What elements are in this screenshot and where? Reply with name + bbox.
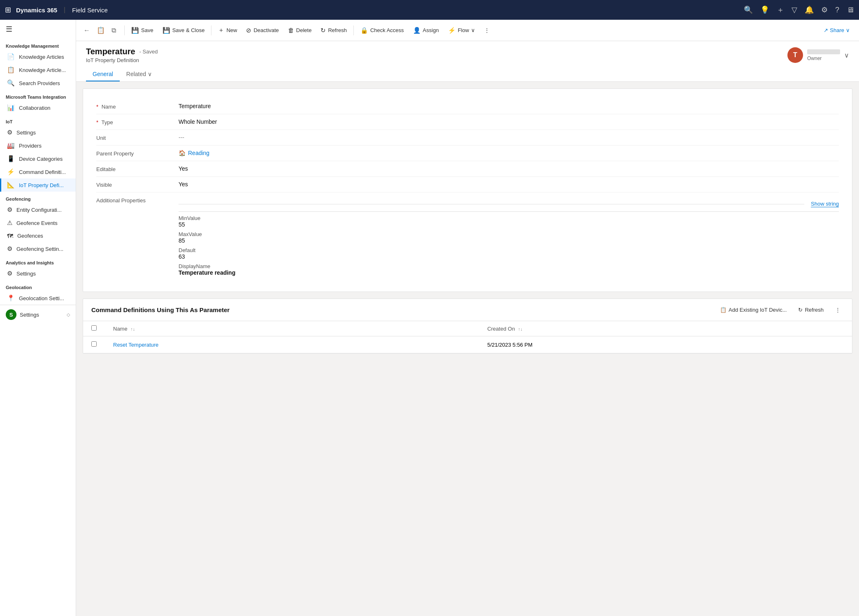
sidebar-item-geolocation-settings[interactable]: 📍 Geolocation Setti... <box>0 292 76 305</box>
sidebar-item-geofencing-settings[interactable]: ⚙ Geofencing Settin... <box>0 242 76 255</box>
sidebar-section-geofencing: Geofencing ⚙ Entity Configurati... ⚠ Geo… <box>0 192 76 255</box>
back-button[interactable]: ← <box>81 25 93 36</box>
sidebar-item-collaboration[interactable]: 📊 Collaboration <box>0 101 76 114</box>
deactivate-label: Deactivate <box>253 27 279 33</box>
refresh-button[interactable]: ↻ Refresh <box>316 24 351 37</box>
section-refresh-button[interactable]: ↻ Refresh <box>795 305 827 315</box>
assign-button[interactable]: 👤 Assign <box>409 24 443 37</box>
select-all-checkbox[interactable] <box>91 325 97 331</box>
sidebar-item-iot-settings[interactable]: ⚙ Settings <box>0 126 76 139</box>
tab-related[interactable]: Related ∨ <box>120 67 158 81</box>
new-label: New <box>226 27 237 33</box>
sidebar-item-search-providers[interactable]: 🔍 Search Providers <box>0 76 76 90</box>
add-icon[interactable]: ＋ <box>777 5 784 15</box>
command-header: Command Definitions Using This As Parame… <box>83 299 852 321</box>
sidebar-item-geofences[interactable]: 🗺 Geofences <box>0 229 76 242</box>
min-value-row: MinValue 55 <box>179 213 839 229</box>
toolbar-nav: ← 📋 ⧉ <box>81 25 118 36</box>
save-button[interactable]: 💾 Save <box>127 24 158 37</box>
sidebar-item-label: Providers <box>19 143 42 149</box>
command-table: Name ↑↓ Created On ↑↓ <box>83 321 852 353</box>
new-button[interactable]: ＋ New <box>214 24 241 37</box>
share-chevron: ∨ <box>846 27 850 33</box>
sidebar-bottom-settings[interactable]: S Settings ◇ <box>0 305 76 324</box>
section-title-geolocation: Geolocation <box>0 280 76 292</box>
owner-avatar: T <box>787 47 803 63</box>
owner-info: Owner <box>807 49 840 61</box>
form-row-visible: Visible Yes <box>96 177 839 192</box>
more-button[interactable]: ⋮ <box>480 25 494 36</box>
share-button[interactable]: ↗ Share ∨ <box>820 25 854 36</box>
show-string-button[interactable]: Show string <box>811 201 839 207</box>
form-row-unit: Unit --- <box>96 130 839 146</box>
module-name: Field Service <box>72 7 108 14</box>
sidebar-item-knowledge-articles-2[interactable]: 📋 Knowledge Article... <box>0 63 76 76</box>
sidebar-item-label: IoT Property Defi... <box>19 182 64 188</box>
analytics-settings-icon: ⚙ <box>7 270 12 277</box>
form-row-name: * Name Temperature <box>96 99 839 114</box>
owner-chevron[interactable]: ∨ <box>844 51 849 59</box>
delete-button[interactable]: 🗑 Delete <box>284 24 316 36</box>
sidebar-item-device-categories[interactable]: 📱 Device Categories <box>0 152 76 165</box>
col-name-header[interactable]: Name ↑↓ <box>105 321 479 336</box>
min-value-val: 55 <box>179 221 839 228</box>
save-label: Save <box>141 27 153 33</box>
screen-icon[interactable]: 🖥 <box>847 6 854 14</box>
main-layout: ☰ Knowledge Management 📄 Knowledge Artic… <box>0 20 859 616</box>
row-name-link[interactable]: Reset Temperature <box>113 342 158 348</box>
geofencing-settings-icon: ⚙ <box>7 245 12 252</box>
parent-property-value[interactable]: 🏠 Reading <box>179 150 839 156</box>
clipboard-button[interactable]: 📋 <box>94 25 107 36</box>
section-title-teams: Microsoft Teams Integration <box>0 90 76 101</box>
section-title-geofencing: Geofencing <box>0 192 76 203</box>
section-more-button[interactable]: ⋮ <box>832 305 844 315</box>
add-existing-button[interactable]: 📋 Add Existing IoT Devic... <box>717 305 790 315</box>
form-card: * Name Temperature * Type Whole Number <box>83 88 852 292</box>
sidebar-item-geofence-events[interactable]: ⚠ Geofence Events <box>0 216 76 229</box>
section-more-icon: ⋮ <box>835 307 840 313</box>
grid-icon[interactable]: ⊞ <box>5 5 11 14</box>
filter-icon[interactable]: ▽ <box>792 5 797 14</box>
sidebar-section-teams: Microsoft Teams Integration 📊 Collaborat… <box>0 90 76 114</box>
gear-icon[interactable]: ⚙ <box>821 5 828 14</box>
help-icon[interactable]: ? <box>835 6 839 14</box>
flow-button[interactable]: ⚡ Flow ∨ <box>444 24 479 37</box>
sidebar-toggle[interactable]: ☰ <box>0 20 76 39</box>
settings-avatar: S <box>6 309 16 320</box>
search-icon[interactable]: 🔍 <box>744 5 753 14</box>
sidebar-item-command-definitions[interactable]: ⚡ Command Definiti... <box>0 165 76 178</box>
check-access-button[interactable]: 🔒 Check Access <box>356 24 408 37</box>
created-sort-icon: ↑↓ <box>518 327 522 331</box>
save-close-button[interactable]: 💾 Save & Close <box>158 24 209 37</box>
sidebar-item-knowledge-articles[interactable]: 📄 Knowledge Articles <box>0 50 76 63</box>
section-refresh-label: Refresh <box>805 307 824 313</box>
expand-button[interactable]: ⧉ <box>109 25 118 36</box>
bell-icon[interactable]: 🔔 <box>805 5 814 14</box>
sidebar-item-entity-config[interactable]: ⚙ Entity Configurati... <box>0 203 76 216</box>
sidebar-item-iot-property-def[interactable]: 📐 IoT Property Defi... <box>0 178 76 192</box>
section-title-iot: IoT <box>0 114 76 126</box>
sidebar-item-analytics-settings[interactable]: ⚙ Settings <box>0 267 76 280</box>
toolbar-sep-3 <box>353 25 354 35</box>
row-checkbox[interactable] <box>91 341 97 347</box>
unit-value: --- <box>179 134 839 141</box>
lightbulb-icon[interactable]: 💡 <box>760 5 769 14</box>
deactivate-button[interactable]: ⊘ Deactivate <box>242 24 283 37</box>
providers-icon: 🏭 <box>7 142 15 149</box>
refresh-icon: ↻ <box>320 27 326 34</box>
section-refresh-icon: ↻ <box>798 307 803 313</box>
sidebar-item-label: Knowledge Article... <box>19 67 66 73</box>
additional-content: Show string MinValue 55 MaxValue 85 <box>179 197 839 278</box>
sidebar-item-providers[interactable]: 🏭 Providers <box>0 139 76 152</box>
tab-general[interactable]: General <box>86 67 120 81</box>
default-val: 63 <box>179 253 839 260</box>
owner-name <box>807 49 840 54</box>
check-access-icon: 🔒 <box>360 27 368 34</box>
min-value-label: MinValue <box>179 215 839 221</box>
name-label: * Name <box>96 103 179 110</box>
share-icon: ↗ <box>824 27 828 33</box>
form-container: * Name Temperature * Type Whole Number <box>76 82 859 616</box>
toolbar-sep-2 <box>211 25 211 35</box>
col-created-header[interactable]: Created On ↑↓ <box>479 321 852 336</box>
max-value-val: 85 <box>179 237 839 244</box>
